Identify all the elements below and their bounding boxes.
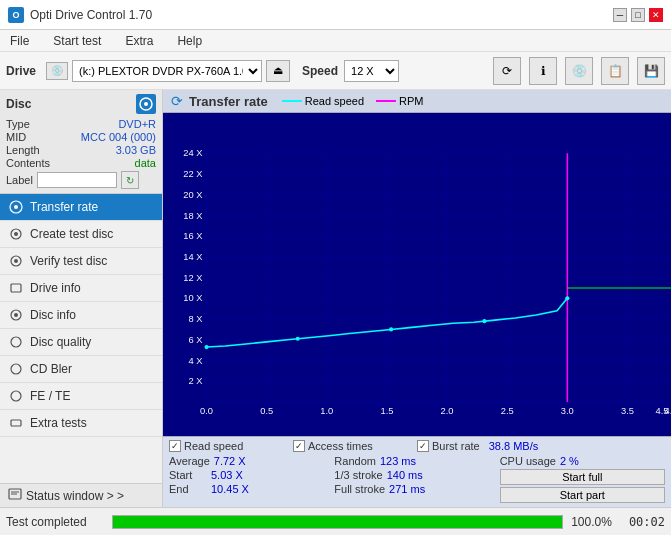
stroke13-label: 1/3 stroke xyxy=(334,469,382,481)
disc-quality-icon xyxy=(8,334,24,350)
burst-rate-val: 38.8 MB/s xyxy=(489,440,539,452)
menu-start-test[interactable]: Start test xyxy=(49,33,105,49)
sidebar-item-disc-info[interactable]: Disc info xyxy=(0,302,162,329)
svg-point-10 xyxy=(14,313,18,317)
disc-row-contents: Contents data xyxy=(6,157,156,169)
svg-text:10 X: 10 X xyxy=(183,293,203,303)
chart-title: Transfer rate xyxy=(189,94,268,109)
sidebar-item-drive-info[interactable]: Drive info xyxy=(0,275,162,302)
menu-file[interactable]: File xyxy=(6,33,33,49)
eject-button[interactable]: ⏏ xyxy=(266,60,290,82)
svg-text:14 X: 14 X xyxy=(183,252,203,262)
svg-text:8 X: 8 X xyxy=(188,314,203,324)
minimize-button[interactable]: ─ xyxy=(613,8,627,22)
access-times-stat-label: Access times xyxy=(308,440,373,452)
stat-fullstroke: Full stroke 271 ms xyxy=(334,483,499,495)
app-title: Opti Drive Control 1.70 xyxy=(30,8,152,22)
access-times-checkbox[interactable]: ✓ xyxy=(293,440,305,452)
read-speed-stat-label: Read speed xyxy=(184,440,243,452)
burst-rate-stat-group: ✓ Burst rate 38.8 MB/s xyxy=(417,440,541,452)
fullstroke-val: 271 ms xyxy=(389,483,425,495)
sidebar-item-label-extra-tests: Extra tests xyxy=(30,416,87,430)
stat-end: End 10.45 X xyxy=(169,483,334,495)
svg-point-65 xyxy=(204,345,208,349)
speed-select[interactable]: Max1 X2 X4 X6 X8 X10 X12 X16 X20 X xyxy=(344,60,399,82)
svg-text:0.0: 0.0 xyxy=(200,406,213,416)
svg-text:3.5: 3.5 xyxy=(621,406,634,416)
sidebar-item-cd-bler[interactable]: CD Bler xyxy=(0,356,162,383)
disc-panel-title: Disc xyxy=(6,97,31,111)
stat-random: Random 123 ms xyxy=(334,455,499,467)
action-btn-1[interactable]: ⟳ xyxy=(493,57,521,85)
random-val: 123 ms xyxy=(380,455,416,467)
chart-legend: Read speed RPM xyxy=(282,95,424,107)
disc-label-row: Label ↻ xyxy=(6,171,156,189)
svg-point-66 xyxy=(296,337,300,341)
stat-stroke13: 1/3 stroke 140 ms xyxy=(334,469,499,481)
start-label: Start xyxy=(169,469,207,481)
chart-area: ⟳ Transfer rate Read speed RPM xyxy=(163,90,671,507)
status-text: Test completed xyxy=(6,515,106,529)
cpu-val: 2 % xyxy=(560,455,579,467)
fe-te-icon xyxy=(8,388,24,404)
svg-point-7 xyxy=(14,259,18,263)
svg-rect-14 xyxy=(11,420,21,426)
sidebar-item-transfer-rate[interactable]: Transfer rate xyxy=(0,194,162,221)
sidebar-item-verify-test-disc[interactable]: Verify test disc xyxy=(0,248,162,275)
label-refresh-button[interactable]: ↻ xyxy=(121,171,139,189)
sidebar-item-label-disc-quality: Disc quality xyxy=(30,335,91,349)
label-input[interactable] xyxy=(37,172,117,188)
disc-row-mid: MID MCC 004 (000) xyxy=(6,131,156,143)
maximize-button[interactable]: □ xyxy=(631,8,645,22)
action-btn-3[interactable]: 💿 xyxy=(565,57,593,85)
status-window-button[interactable]: Status window > > xyxy=(0,483,162,507)
drive-info-icon xyxy=(8,280,24,296)
status-window-label: Status window > > xyxy=(26,489,124,503)
action-btn-2[interactable]: ℹ xyxy=(529,57,557,85)
svg-text:2.5: 2.5 xyxy=(501,406,514,416)
action-btn-5[interactable]: 💾 xyxy=(637,57,665,85)
svg-text:3.0: 3.0 xyxy=(561,406,574,416)
cpu-label: CPU usage xyxy=(500,455,556,467)
svg-text:18 X: 18 X xyxy=(183,211,203,221)
action-btn-4[interactable]: 📋 xyxy=(601,57,629,85)
stats-checkbox-row: ✓ Read speed ✓ Access times ✓ Burst rate… xyxy=(163,439,671,453)
menu-help[interactable]: Help xyxy=(173,33,206,49)
disc-row-length: Length 3.03 GB xyxy=(6,144,156,156)
svg-text:12 X: 12 X xyxy=(183,273,203,283)
close-button[interactable]: ✕ xyxy=(649,8,663,22)
drive-label: Drive xyxy=(6,64,36,78)
toolbar: Drive 💿 (k:) PLEXTOR DVDR PX-760A 1.07 ⏏… xyxy=(0,52,671,90)
menu-bar: File Start test Extra Help xyxy=(0,30,671,52)
sidebar-item-label-create-test-disc: Create test disc xyxy=(30,227,113,241)
chart-svg: 24 X 22 X 20 X 18 X 16 X 14 X 12 X 10 X … xyxy=(163,113,671,436)
drive-select[interactable]: (k:) PLEXTOR DVDR PX-760A 1.07 xyxy=(72,60,262,82)
stats-col-middle: Random 123 ms 1/3 stroke 140 ms Full str… xyxy=(334,455,499,503)
svg-text:6 X: 6 X xyxy=(188,335,203,345)
end-val: 10.45 X xyxy=(211,483,249,495)
main-content: Disc Type DVD+R MID MCC 004 (000) Length… xyxy=(0,90,671,507)
start-part-button[interactable]: Start part xyxy=(500,487,665,503)
sidebar-item-label-drive-info: Drive info xyxy=(30,281,81,295)
sidebar-item-disc-quality[interactable]: Disc quality xyxy=(0,329,162,356)
svg-point-12 xyxy=(11,364,21,374)
sidebar-item-extra-tests[interactable]: Extra tests xyxy=(0,410,162,437)
start-full-button[interactable]: Start full xyxy=(500,469,665,485)
sidebar-item-label-fe-te: FE / TE xyxy=(30,389,70,403)
read-speed-checkbox[interactable]: ✓ xyxy=(169,440,181,452)
disc-row-type: Type DVD+R xyxy=(6,118,156,130)
progress-percent: 100.0% xyxy=(569,515,614,529)
sidebar-item-create-test-disc[interactable]: Create test disc xyxy=(0,221,162,248)
avg-val: 7.72 X xyxy=(214,455,246,467)
svg-text:22 X: 22 X xyxy=(183,169,203,179)
title-bar: O Opti Drive Control 1.70 ─ □ ✕ xyxy=(0,0,671,30)
svg-point-69 xyxy=(565,296,569,300)
svg-text:4.5 GB: 4.5 GB xyxy=(655,406,671,416)
menu-extra[interactable]: Extra xyxy=(121,33,157,49)
sidebar-item-fe-te[interactable]: FE / TE xyxy=(0,383,162,410)
svg-point-11 xyxy=(11,337,21,347)
svg-point-1 xyxy=(144,102,148,106)
stroke13-val: 140 ms xyxy=(387,469,423,481)
fullstroke-label: Full stroke xyxy=(334,483,385,495)
burst-rate-checkbox[interactable]: ✓ xyxy=(417,440,429,452)
